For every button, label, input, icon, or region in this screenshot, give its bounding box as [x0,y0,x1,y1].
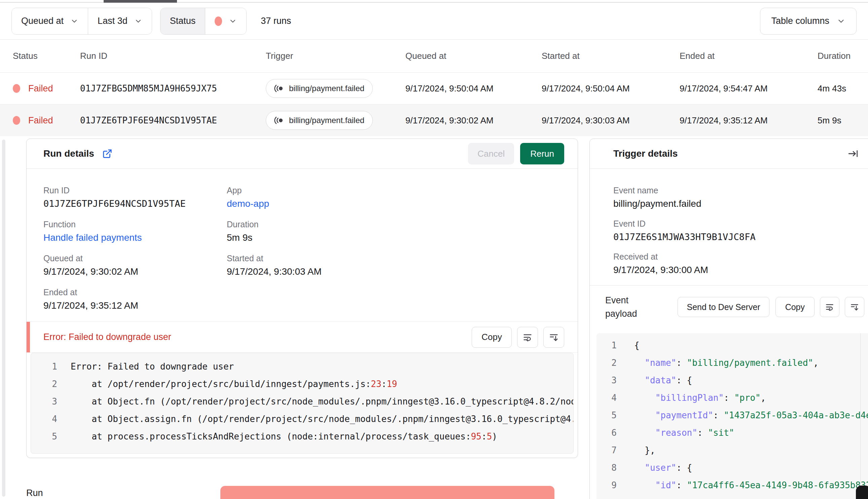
scroll-to-bottom-button[interactable] [845,297,864,317]
failed-status-dot [13,116,20,125]
ended-at-cell: 9/17/2024, 9:54:47 AM [679,83,818,94]
chevron-down-icon [70,17,79,25]
code-line: 5 at process.processTicksAndRejections (… [31,428,573,445]
event-id-field: Event ID 01J7ZE6S1MJWA33HT9B1VJC8FA [613,219,850,242]
code-line: 2 at /opt/render/project/src/build/innge… [31,375,573,393]
trigger-details-header: Trigger details [590,139,868,169]
run-details-drawer: Run details Cancel Rerun Run ID 01J7ZE6T… [0,136,868,499]
line-text: at Object.assign.fn (/opt/render/project… [57,414,574,424]
top-strip [0,0,868,3]
queued-at-field: Queued at 9/17/2024, 9:30:02 AM [44,254,227,277]
code-line: 3 "data": { [596,372,868,389]
status-filter-label-text: Status [170,16,196,26]
wrap-text-button[interactable] [517,327,538,348]
chevron-down-icon [837,17,845,26]
line-number: 1 [31,362,57,372]
time-range-filter-button[interactable]: Last 3d [88,8,152,34]
wrap-text-icon [825,302,834,312]
copy-error-button[interactable]: Copy [472,327,512,348]
status-filter-group: Status [160,8,247,35]
line-number: 3 [31,397,57,406]
column-header-started-at: Started at [542,51,679,61]
code-line: 4 "billingPlan": "pro", [596,389,868,406]
event-payload-code[interactable]: 1{2 "name": "billing/payment.failed",3 "… [596,333,868,499]
table-row[interactable]: Failed 01J7ZFBG5DMM85MJA9H659JX75 billin… [0,72,868,104]
queued-at-cell: 9/17/2024, 9:50:04 AM [406,83,542,94]
status-filter-value-button[interactable] [205,8,246,34]
table-columns-button[interactable]: Table columns [760,8,857,35]
code-line: 1{ [596,337,868,354]
error-banner: Error: Failed to downgrade user Copy [27,321,578,353]
run-id-field: Run ID 01J7ZE6TPJF6E94NCSD1V95TAE [44,186,227,209]
runs-table: Status Run ID Trigger Queued at Started … [0,40,868,136]
run-status: Failed [28,83,53,94]
line-number: 7 [596,445,617,455]
started-at-value: 9/17/2024, 9:30:03 AM [227,266,561,277]
event-name-value: billing/payment.failed [613,198,850,209]
duration-value: 5m 9s [227,232,561,243]
run-id-value: 01J7ZE6TPJF6E94NCSD1V95TAE [44,198,227,209]
line-text: }, [617,445,655,455]
function-runs-page: Queued at Last 3d Status 37 runs Table c… [0,0,868,499]
status-filter-label: Status [160,8,205,34]
trigger-event-badge[interactable]: billing/payment.failed [266,111,373,130]
function-label: Function [44,220,227,229]
received-at-label: Received at [613,252,850,261]
timeline-run-bar[interactable] [220,486,554,499]
code-line: 4 at Object.assign.fn (/opt/render/proje… [31,410,573,428]
line-number: 8 [596,463,617,473]
line-text: at Object.fn (/opt/render/project/src/no… [57,397,574,406]
queued-at-filter-button[interactable]: Queued at [12,8,88,34]
line-text: "paymentId": "1437a25f-05a3-404a-ab3e-d4… [617,410,868,420]
collapse-panel-button[interactable] [847,148,859,159]
event-payload-actions: Send to Dev Server Copy [678,297,864,317]
send-to-dev-server-button[interactable]: Send to Dev Server [678,297,769,317]
event-payload-header: Event payload Send to Dev Server Copy [590,285,868,320]
app-link[interactable]: demo-app [227,198,561,209]
ended-at-cell: 9/17/2024, 9:35:12 AM [679,115,818,126]
rerun-button[interactable]: Rerun [520,143,564,165]
received-at-field: Received at 9/17/2024, 9:30:00 AM [613,252,850,276]
open-run-external-link-icon[interactable] [102,149,112,159]
failed-status-dot [215,16,222,26]
drawer-scrollbar[interactable] [2,139,5,497]
scroll-corner [856,486,868,499]
app-field: App demo-app [227,186,561,209]
trigger-event-badge[interactable]: billing/payment.failed [266,79,373,98]
trigger-details-card: Trigger details Event name billing/payme… [589,138,868,499]
event-payload-title: Event payload [605,294,662,320]
error-title: Error: Failed to downgrade user [44,332,171,342]
trigger-details-fields: Event name billing/payment.failed Event … [590,169,868,276]
column-header-queued-at: Queued at [406,51,542,61]
trigger-event-name: billing/payment.failed [289,84,364,93]
line-text: { [617,340,640,350]
code-line: 2 "name": "billing/payment.failed", [596,354,868,372]
run-id-label: Run ID [44,186,227,195]
line-number: 4 [31,414,57,424]
line-text: "data": { [617,375,692,385]
scroll-to-bottom-button[interactable] [543,327,564,348]
event-icon [274,83,284,94]
line-text: at process.processTicksAndRejections (no… [57,431,497,441]
started-at-cell: 9/17/2024, 9:30:03 AM [542,115,679,126]
duration-field: Duration 5m 9s [227,220,561,243]
cancel-button[interactable]: Cancel [468,143,514,165]
duration-cell: 4m 43s [818,83,868,94]
code-line: 1Error: Failed to downgrade user [31,358,573,375]
run-details-header: Run details Cancel Rerun [27,139,578,169]
timeline-run-label: Run [26,488,43,498]
received-at-value: 9/17/2024, 9:30:00 AM [613,265,850,276]
line-number: 10 [596,498,617,499]
line-text: "reason": "sit" [617,428,734,438]
collapse-right-icon [847,148,859,159]
failed-status-dot [13,84,20,93]
function-link[interactable]: Handle failed payments [44,232,227,243]
copy-payload-button[interactable]: Copy [775,297,815,317]
run-id-cell: 01J7ZE6TPJF6E94NCSD1V95TAE [80,115,266,125]
trigger-event-name: billing/payment.failed [289,116,364,125]
scroll-to-bottom-icon [549,332,559,342]
error-stack-trace[interactable]: 1Error: Failed to downgrade user2 at /op… [31,353,574,454]
table-row-selected[interactable]: Failed 01J7ZE6TPJF6E94NCSD1V95TAE billin… [0,104,868,136]
wrap-text-button[interactable] [820,297,840,317]
runs-count: 37 runs [261,16,291,26]
